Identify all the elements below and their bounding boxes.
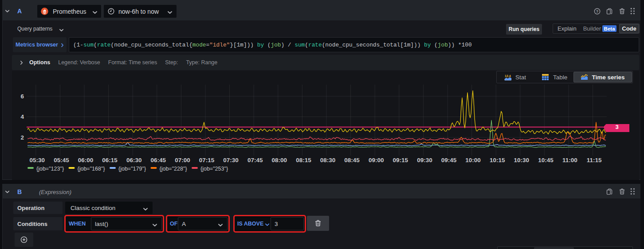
- svg-text:11:15: 11:15: [587, 157, 602, 163]
- svg-text:2: 2: [20, 134, 24, 141]
- svg-text:06:15: 06:15: [102, 157, 118, 163]
- svg-text:08:00: 08:00: [272, 157, 287, 163]
- svg-text:10:30: 10:30: [514, 157, 530, 163]
- svg-text:08:45: 08:45: [344, 157, 360, 163]
- svg-text:11:00: 11:00: [562, 157, 577, 163]
- svg-text:{job="168"}: {job="168"}: [78, 166, 105, 172]
- svg-text:05:30: 05:30: [30, 157, 45, 163]
- svg-text:07:00: 07:00: [175, 157, 190, 163]
- svg-text:06:45: 06:45: [151, 157, 166, 163]
- svg-text:12.4: 12.4: [505, 74, 511, 77]
- svg-text:09:30: 09:30: [417, 157, 432, 163]
- svg-text:07:15: 07:15: [199, 157, 215, 163]
- svg-text:10:00: 10:00: [465, 157, 481, 163]
- svg-text:08:30: 08:30: [320, 157, 336, 163]
- svg-text:05:45: 05:45: [54, 157, 69, 163]
- svg-text:09:45: 09:45: [441, 157, 457, 163]
- svg-text:07:30: 07:30: [223, 157, 239, 163]
- svg-text:6: 6: [20, 93, 24, 100]
- svg-text:4: 4: [20, 113, 24, 120]
- svg-text:08:15: 08:15: [296, 157, 311, 163]
- svg-text:?: ?: [596, 9, 599, 14]
- svg-text:3: 3: [615, 124, 618, 130]
- svg-text:06:00: 06:00: [78, 157, 94, 163]
- svg-text:09:00: 09:00: [369, 157, 384, 163]
- svg-text:{job="179"}: {job="179"}: [118, 166, 146, 172]
- svg-text:09:15: 09:15: [393, 157, 408, 163]
- svg-text:10:15: 10:15: [490, 157, 505, 163]
- svg-text:{job="228"}: {job="228"}: [160, 166, 187, 172]
- svg-text:06:30: 06:30: [126, 157, 142, 163]
- svg-text:{job="123"}: {job="123"}: [36, 166, 64, 172]
- svg-text:{job="253"}: {job="253"}: [200, 166, 228, 172]
- svg-text:10:45: 10:45: [538, 157, 554, 163]
- svg-text:07:45: 07:45: [247, 157, 263, 163]
